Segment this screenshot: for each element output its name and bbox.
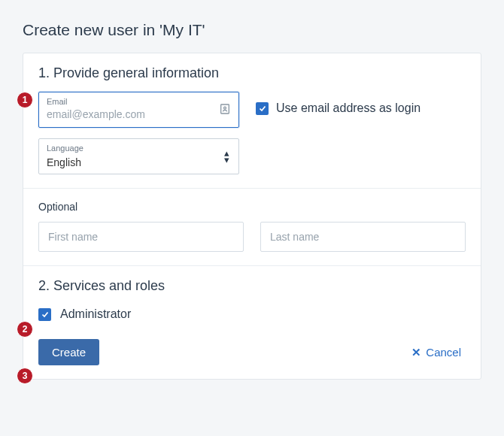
email-label: Email bbox=[47, 97, 231, 107]
section-general-heading: 1. Provide general information bbox=[38, 65, 466, 81]
cancel-button[interactable]: ✕ Cancel bbox=[407, 345, 466, 360]
email-input[interactable] bbox=[47, 107, 231, 123]
form-card: 1 2 3 1. Provide general information Ema… bbox=[23, 53, 481, 380]
first-name-input[interactable] bbox=[38, 222, 244, 252]
language-value: English bbox=[47, 153, 231, 171]
last-name-input[interactable] bbox=[260, 222, 466, 252]
svg-point-1 bbox=[224, 107, 226, 109]
step-marker-1: 1 bbox=[17, 92, 33, 108]
administrator-label: Administrator bbox=[60, 307, 131, 321]
step-marker-3: 3 bbox=[17, 368, 33, 384]
language-label: Language bbox=[47, 144, 231, 153]
contact-card-icon bbox=[219, 103, 232, 117]
section-roles: 2. Services and roles Administrator bbox=[23, 265, 481, 329]
use-email-label: Use email address as login bbox=[276, 101, 421, 115]
administrator-checkbox-row[interactable]: Administrator bbox=[38, 307, 466, 321]
use-email-checkbox-row[interactable]: Use email address as login bbox=[256, 92, 421, 115]
form-footer: Create ✕ Cancel bbox=[23, 329, 481, 379]
section-optional: Optional bbox=[23, 188, 481, 265]
cancel-label: Cancel bbox=[426, 346, 461, 359]
email-field[interactable]: Email bbox=[38, 92, 239, 128]
section-general: 1. Provide general information Email bbox=[23, 53, 481, 188]
step-marker-2: 2 bbox=[17, 321, 33, 338]
section-roles-heading: 2. Services and roles bbox=[38, 278, 466, 294]
use-email-checkbox[interactable] bbox=[256, 102, 269, 115]
administrator-checkbox[interactable] bbox=[38, 308, 51, 321]
create-button[interactable]: Create bbox=[38, 339, 99, 365]
page-title: Create new user in 'My IT' bbox=[23, 21, 481, 39]
language-field[interactable]: Language English ▴▾ bbox=[38, 138, 239, 174]
optional-label: Optional bbox=[38, 201, 466, 213]
chevron-updown-icon: ▴▾ bbox=[224, 150, 229, 163]
close-icon: ✕ bbox=[411, 346, 421, 359]
